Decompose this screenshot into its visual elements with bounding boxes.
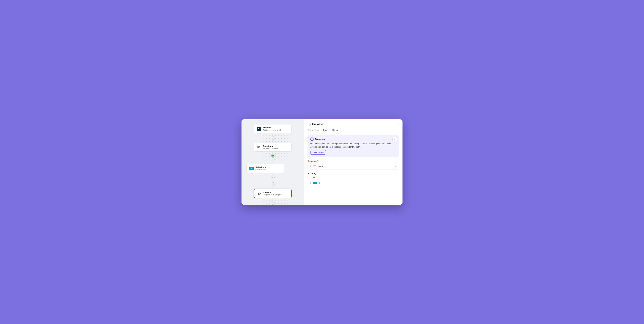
overview-collapse-button[interactable]: ∧ [392,137,397,141]
tab-arrow-2: → [329,129,331,131]
add-node-button-3[interactable]: + [271,176,274,179]
overview-title: Overview [315,138,325,140]
add-node-button-1[interactable]: + [271,136,274,140]
right-content: i Overview Use this action to send a res… [304,132,402,205]
body-toggle[interactable]: ▼ Body [308,172,399,175]
chevron-down-icon: ∨ [395,165,396,168]
add-node-button-2[interactable]: + [271,157,274,161]
workflow-nodes: Zendesk Get ticket details by ID + [245,124,301,205]
overview-info-icon: i [310,137,314,141]
add-node-button-4[interactable]: + [271,182,274,186]
callable-icon [257,191,262,196]
node-subtitle-zendesk: Get ticket details by ID [263,129,281,131]
node-title-condition: Condition [263,145,278,147]
right-header: Callable × [304,119,402,126]
node-text-callable: Callable Respond to API request [263,191,282,196]
connector-line [272,198,273,201]
connector-line [272,161,273,164]
connector-line [272,173,273,176]
tab-app-action[interactable]: App & Action [308,128,319,132]
node-subtitle-condition: If Conditions Match [263,147,278,149]
node-title-salesforce: Salesforce [256,166,266,168]
case-id-value: Id [319,182,320,184]
workflow-node-callable[interactable]: Callable Respond to API request [254,189,292,198]
body-collapse-icon: ▼ [308,172,310,175]
tab-output[interactable]: Output [332,128,338,132]
add-node-button-5[interactable]: + [271,201,274,205]
right-panel: Callable × App & Action → Input → Output… [304,119,402,205]
response-value: 200 - result [313,165,323,168]
workflow-canvas: Zendesk Get ticket details by ID + [242,119,304,205]
overview-body: Use this action to send a response back … [310,142,396,149]
panel-title-container: Callable [308,122,323,126]
node-title-callable: Callable [263,191,282,194]
case-id-type-icon: T [310,182,311,184]
node-subtitle-salesforce: Create record [256,169,266,171]
panel-title: Callable [312,122,323,126]
svg-point-5 [259,147,260,148]
connector-line [272,179,273,182]
connector-line [272,140,273,143]
connector-line [272,186,273,189]
tabs-bar: App & Action → Input → Output [304,126,402,132]
zendesk-icon [256,126,261,131]
tab-input[interactable]: Input [323,128,328,132]
salesforce-badge-icon: ☁ [314,182,315,184]
connector-line [272,133,273,136]
overview-card: i Overview Use this action to send a res… [308,135,399,157]
case-id-field[interactable]: T ☁ 4 Id [308,180,399,186]
workflow-node-condition[interactable]: Condition If Conditions Match [254,143,292,152]
response-select[interactable]: T 200 - result ∨ [308,163,399,169]
svg-point-1 [258,129,259,129]
salesforce-step-badge: ☁ 4 [313,182,318,184]
response-select-value: T 200 - result [310,165,323,168]
node-text-salesforce: Salesforce Create record [256,166,266,171]
type-icon: T [310,165,311,168]
node-title-zendesk: Zendesk [263,126,281,129]
overview-header: i Overview [310,137,396,141]
response-field-label: Response* [308,160,399,162]
workflow-node-salesforce[interactable]: SF Salesforce Create record [246,164,284,173]
body-section: ▼ Body Case ID T ☁ 4 Id [308,172,399,186]
close-button[interactable]: × [396,122,399,126]
modal: Zendesk Get ticket details by ID + [242,119,402,205]
salesforce-badge-number: 4 [316,182,316,184]
condition-icon [256,145,261,149]
svg-point-4 [258,146,259,147]
node-subtitle-callable: Respond to API request [263,194,282,196]
connector-line [272,152,273,155]
case-id-label: Case ID [308,177,399,179]
salesforce-icon: SF [249,166,254,171]
body-label: Body [311,172,316,175]
workflow-node-zendesk[interactable]: Zendesk Get ticket details by ID [254,124,292,133]
callable-header-icon [308,122,311,126]
tab-arrow-1: → [320,129,322,131]
node-text-condition: Condition If Conditions Match [263,145,278,149]
learn-more-button[interactable]: Learn more [310,150,326,155]
chevron-up-icon: ∧ [394,138,396,140]
yes-badge: YES [270,155,276,157]
node-text-zendesk: Zendesk Get ticket details by ID [263,126,281,131]
